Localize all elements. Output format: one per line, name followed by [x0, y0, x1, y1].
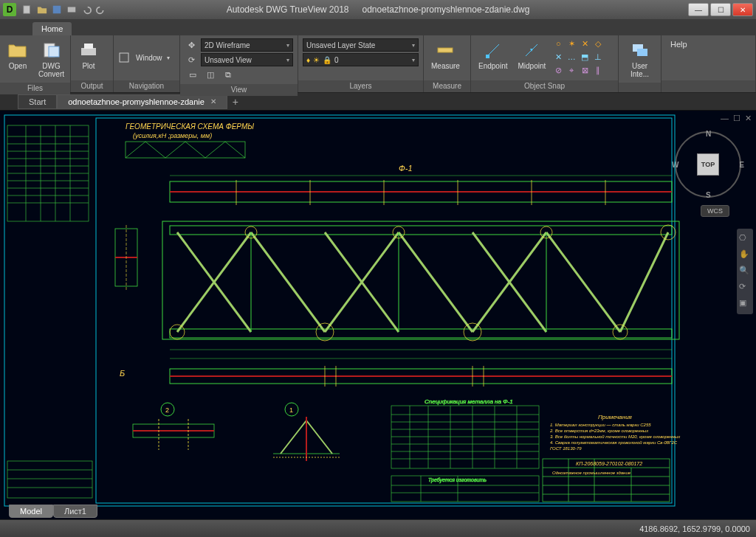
panel-user-interface: User Inte...	[619, 35, 662, 92]
status-bar: 4186.8692, 1652.9799, 0.0000	[0, 519, 756, 537]
svg-rect-54	[170, 329, 672, 338]
osnap-quadrant-icon[interactable]: ◇	[593, 38, 603, 49]
app-logo[interactable]: D	[3, 3, 16, 16]
endpoint-button[interactable]: Endpoint	[475, 38, 510, 72]
osnap-apparent-icon[interactable]: ⊠	[580, 65, 590, 75]
view-icon-c[interactable]: ⧉	[221, 68, 235, 81]
pan-icon[interactable]: ✥	[185, 38, 198, 52]
app-name: Autodesk DWG TrueView 2018	[227, 4, 349, 15]
svg-text:Одноэтажное промышленное здани: Одноэтажное промышленное здание	[552, 471, 631, 475]
plot-icon[interactable]	[66, 4, 77, 15]
svg-rect-2	[68, 7, 76, 13]
svg-text:Ф-1: Ф-1	[399, 164, 413, 173]
minimize-button[interactable]: —	[688, 3, 709, 16]
osnap-insertion-icon[interactable]: ⬒	[580, 52, 590, 62]
svg-text:4. Сварка полуавтоматическая п: 4. Сварка полуавтоматическая проволокой …	[550, 440, 678, 445]
layer-dropdown[interactable]: ♦ ☀ 🔒 0 ▾	[303, 53, 419, 66]
coordinates-readout: 4186.8692, 1652.9799, 0.0000	[639, 524, 750, 533]
schema-title-1: ГЕОМЕТРИЧЕСКАЯ СХЕМА ФЕРМЫ	[126, 122, 254, 131]
svg-line-34	[145, 142, 165, 158]
close-tab-icon[interactable]: ✕	[210, 97, 216, 105]
named-view-dropdown[interactable]: Unsaved View▾	[201, 53, 293, 66]
svg-rect-10	[486, 55, 489, 58]
open-icon[interactable]	[37, 4, 47, 15]
panel-label: View	[180, 84, 298, 96]
doctab-file[interactable]: odnoetazhnoe-promyshlennoe-zdanie ✕	[57, 94, 227, 109]
ribbon-tabstrip: Home	[0, 19, 756, 35]
panel-navigation: Window ▾ Navigation	[114, 35, 180, 92]
ui-icon	[630, 40, 650, 60]
tab-home[interactable]: Home	[32, 22, 72, 35]
dwg-convert-button[interactable]: DWG Convert	[35, 38, 67, 80]
plot-button[interactable]: Plot	[75, 38, 102, 72]
panel-help: Help	[662, 35, 756, 92]
new-icon[interactable]	[22, 4, 32, 15]
panel-files: Open DWG Convert Files	[0, 35, 71, 92]
svg-line-38	[225, 142, 245, 158]
redo-icon[interactable]	[96, 4, 106, 15]
save-icon[interactable]	[52, 4, 62, 15]
svg-rect-0	[24, 6, 30, 14]
visual-style-dropdown[interactable]: 2D Wireframe▾	[201, 38, 293, 52]
svg-line-9	[487, 44, 499, 56]
svg-text:1: 1	[289, 406, 293, 414]
help-button[interactable]: Help	[666, 38, 692, 50]
printer-icon	[78, 40, 99, 60]
osnap-grid: ○ ✶ ✕ ◇ ✕ … ⬒ ⊥ ⊘ ⌖ ⊠ ∥	[553, 38, 603, 75]
panel-view: ✥ 2D Wireframe▾ ⟳ Unsaved View▾ ▭ ◫ ⧉ Vi…	[180, 35, 298, 92]
osnap-parallel-icon[interactable]: ∥	[593, 65, 603, 75]
lightbulb-icon: ♦	[306, 56, 310, 64]
close-button[interactable]: ✕	[732, 3, 753, 16]
osnap-extension-icon[interactable]: …	[566, 52, 577, 62]
sun-icon: ☀	[313, 56, 320, 64]
osnap-perpendicular-icon[interactable]: ⊥	[593, 52, 603, 62]
maximize-button[interactable]: ☐	[710, 3, 731, 16]
svg-text:Примечания: Примечания	[598, 414, 633, 420]
panel-output: Plot Output	[71, 35, 114, 92]
open-button[interactable]: Open	[4, 38, 31, 72]
osnap-nearest-icon[interactable]: ⌖	[566, 65, 577, 75]
zoom-window-icon[interactable]	[118, 52, 131, 65]
doctab-start[interactable]: Start	[18, 94, 57, 109]
svg-rect-6	[84, 44, 93, 49]
svg-rect-5	[81, 48, 96, 55]
panel-label	[619, 83, 661, 92]
svg-rect-1	[53, 6, 61, 14]
osnap-tangent-icon[interactable]: ⊘	[553, 65, 563, 75]
layer-state-dropdown[interactable]: Unsaved Layer State▾	[303, 38, 419, 52]
tab-sheet1[interactable]: Лист1	[53, 505, 97, 518]
panel-label: Measure	[424, 80, 470, 92]
undo-icon[interactable]	[81, 4, 92, 15]
panel-label: Object Snap	[471, 80, 618, 92]
add-tab-button[interactable]: +	[227, 96, 244, 108]
view-icon-b[interactable]: ◫	[204, 68, 217, 81]
view-icon-a[interactable]: ▭	[186, 68, 199, 81]
ribbon: Open DWG Convert Files Plot Output Windo…	[0, 35, 756, 93]
measure-button[interactable]: Measure	[428, 38, 463, 72]
tab-model[interactable]: Model	[9, 505, 53, 518]
user-interface-button[interactable]: User Inte...	[623, 38, 656, 80]
svg-line-35	[165, 142, 185, 158]
convert-icon	[41, 40, 62, 60]
osnap-geocenter-icon[interactable]: ✶	[566, 38, 577, 49]
svg-rect-4	[49, 46, 59, 57]
svg-line-33	[126, 142, 145, 158]
drawing-content: ГЕОМЕТРИЧЕСКАЯ СХЕМА ФЕРМЫ (усилия,кН ;р…	[0, 111, 756, 519]
svg-rect-123	[7, 461, 92, 498]
svg-text:1. Материал конструкции — стал: 1. Материал конструкции — сталь марки С2…	[550, 423, 651, 427]
window-buttons: — ☐ ✕	[688, 3, 753, 16]
osnap-intersection-icon[interactable]: ✕	[553, 52, 563, 62]
osnap-center-icon[interactable]: ○	[553, 38, 563, 49]
midpoint-icon	[521, 40, 542, 60]
osnap-node-icon[interactable]: ✕	[580, 38, 590, 49]
svg-text:2. Все отверстия d=23мм, кроме: 2. Все отверстия d=23мм, кроме оговоренн…	[549, 429, 649, 433]
window-label[interactable]: Window	[136, 54, 162, 62]
window-title: Autodesk DWG TrueView 2018 odnoetazhnoe-…	[227, 4, 530, 15]
orbit-icon[interactable]: ⟳	[185, 53, 198, 66]
drawing-canvas[interactable]: — ☐ ✕ TOP N S E W WCS ⎔ ✋ 🔍 ⟳ ▣	[0, 111, 756, 519]
svg-rect-8	[438, 48, 453, 52]
midpoint-button[interactable]: Midpoint	[515, 38, 549, 72]
title-bar: D Autodesk DWG TrueView 2018 odnoetazhno…	[0, 0, 756, 19]
svg-line-36	[185, 142, 205, 158]
panel-label: Layers	[298, 80, 423, 92]
